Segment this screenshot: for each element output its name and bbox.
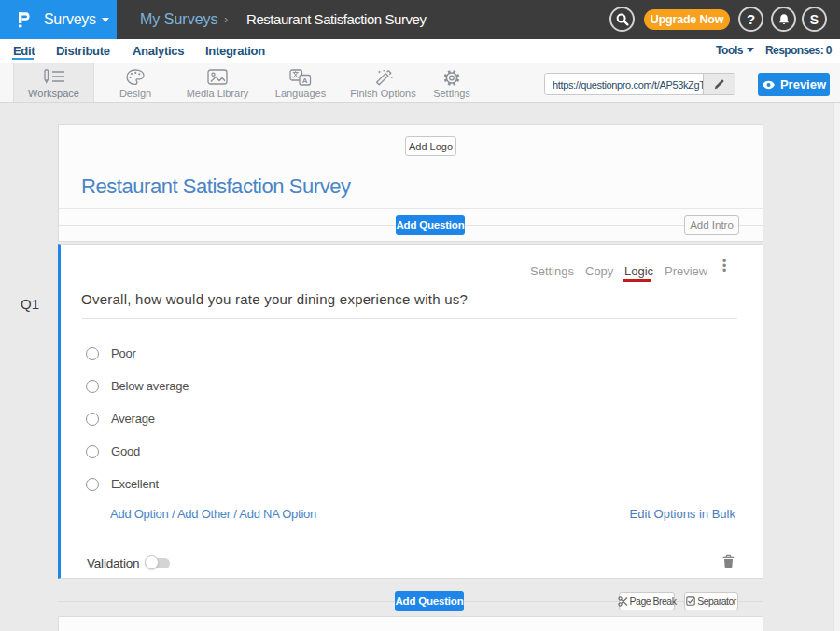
svg-text:A: A bbox=[302, 77, 308, 85]
